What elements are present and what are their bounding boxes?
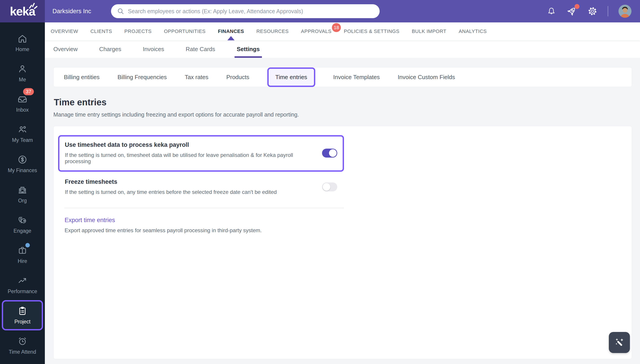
tab-invoice-custom-fields[interactable]: Invoice Custom Fields xyxy=(398,74,455,81)
sidebar-item-label: Me xyxy=(19,77,26,83)
keka-logo[interactable]: keka xyxy=(0,0,45,22)
ai-assistant-button[interactable] xyxy=(609,332,630,353)
nav-projects[interactable]: PROJECTS xyxy=(125,22,152,40)
subnav-settings[interactable]: Settings xyxy=(237,40,260,58)
nav-overview[interactable]: OVERVIEW xyxy=(51,22,78,40)
sidebar-item-label: My Team xyxy=(12,137,33,143)
company-name: Darksiders Inc xyxy=(53,8,91,15)
setting-description: If the setting is turned on, any time en… xyxy=(65,189,277,195)
sidebar-item-label: Project xyxy=(14,319,31,325)
page-subtitle: Manage time entry settings including fre… xyxy=(53,112,632,118)
inbox-icon: 37 xyxy=(17,94,28,104)
tab-products[interactable]: Products xyxy=(226,74,249,81)
nav-approvals[interactable]: APPROVALS 18 xyxy=(301,22,331,40)
sidebar-item-my-finances[interactable]: My Finances xyxy=(0,149,45,179)
sidebar-item-label: Performance xyxy=(8,288,37,294)
sidebar-item-label: Time Attend xyxy=(9,349,36,355)
notifications-button[interactable] xyxy=(547,6,556,16)
sidebar-item-label: Home xyxy=(16,46,29,52)
sidebar-nav: Home Me 37 Inbox My Team My Finances xyxy=(0,22,45,364)
alarm-clock-icon xyxy=(17,336,28,346)
export-description: Export approved time entries for seamles… xyxy=(65,227,627,234)
sidebar-item-label: Inbox xyxy=(16,107,29,113)
sidebar-item-engage[interactable]: Engage xyxy=(0,209,45,240)
subnav-invoices[interactable]: Invoices xyxy=(143,40,164,58)
sidebar-item-label: Engage xyxy=(14,228,31,234)
topbar: Darksiders Inc xyxy=(45,0,640,22)
inbox-count-badge: 37 xyxy=(23,88,34,95)
global-search[interactable] xyxy=(111,4,380,18)
tab-tax-rates[interactable]: Tax rates xyxy=(185,74,209,81)
subnav-charges[interactable]: Charges xyxy=(99,40,121,58)
magic-wand-icon xyxy=(613,337,625,348)
briefcase-icon xyxy=(17,245,28,256)
sidebar-item-inbox[interactable]: 37 Inbox xyxy=(0,88,45,118)
sidebar-item-performance[interactable]: Performance xyxy=(0,270,45,300)
tab-billing-entities[interactable]: Billing entities xyxy=(64,74,100,81)
setting-title: Use timesheet data to process keka payro… xyxy=(65,142,315,148)
sidebar-item-home[interactable]: Home xyxy=(0,28,45,58)
logo-spark-icon xyxy=(29,3,38,10)
main-column: Darksiders Inc xyxy=(45,0,640,364)
time-entries-settings-card: Use timesheet data to process keka payro… xyxy=(53,126,632,359)
tab-time-entries[interactable]: Time entries xyxy=(267,68,315,87)
home-icon xyxy=(17,34,28,44)
setting-title: Freeze timesheets xyxy=(65,178,277,185)
avatar[interactable] xyxy=(618,5,631,18)
keka-app-window: keka Home Me 37 Inbox My Team xyxy=(0,0,640,364)
building-icon xyxy=(17,185,28,195)
sidebar-item-project[interactable]: Project xyxy=(2,300,43,330)
nav-bulk-import[interactable]: BULK IMPORT xyxy=(412,22,446,40)
clipboard-icon xyxy=(17,306,28,316)
person-icon xyxy=(17,64,28,74)
approvals-count-badge: 18 xyxy=(332,23,341,32)
tab-billing-frequencies[interactable]: Billing Frequencies xyxy=(118,74,167,81)
subnav-overview[interactable]: Overview xyxy=(53,40,78,58)
team-icon xyxy=(17,124,28,134)
whats-new-button[interactable] xyxy=(566,6,577,16)
page-title: Time entries xyxy=(54,97,632,107)
section-divider xyxy=(64,208,344,208)
sidebar-item-label: Hire xyxy=(18,258,27,264)
nav-approvals-label: APPROVALS xyxy=(301,28,331,34)
sidebar-item-time-attend[interactable]: Time Attend xyxy=(0,330,45,361)
sidebar-item-org[interactable]: Org xyxy=(0,179,45,209)
setting-description: If the setting is turned on, timesheet d… xyxy=(65,152,315,164)
content-area: Billing entities Billing Frequencies Tax… xyxy=(45,58,640,364)
topbar-divider xyxy=(608,6,608,16)
search-input[interactable] xyxy=(128,8,374,14)
nav-finances[interactable]: FINANCES xyxy=(218,22,244,40)
engage-chat-icon xyxy=(17,215,28,225)
setting-text: Freeze timesheets If the setting is turn… xyxy=(65,178,277,195)
setting-use-timesheet-payroll: Use timesheet data to process keka payro… xyxy=(58,135,344,172)
sidebar-item-label: My Finances xyxy=(8,168,37,174)
tab-invoice-templates[interactable]: Invoice Templates xyxy=(333,74,380,81)
trending-up-icon xyxy=(17,276,28,286)
sidebar-item-me[interactable]: Me xyxy=(0,58,45,88)
sidebar-item-hire[interactable]: Hire xyxy=(0,240,45,270)
nav-resources[interactable]: RESOURCES xyxy=(256,22,289,40)
export-time-entries-link[interactable]: Export time entries xyxy=(65,217,115,224)
bell-icon xyxy=(547,6,556,16)
nav-analytics[interactable]: ANALYTICS xyxy=(459,22,487,40)
finances-sub-nav: Overview Charges Invoices Rate Cards Set… xyxy=(45,40,640,58)
freeze-timesheets-toggle[interactable] xyxy=(322,182,337,192)
search-icon xyxy=(117,8,125,15)
use-timesheet-toggle[interactable] xyxy=(322,148,337,158)
sidebar-item-my-team[interactable]: My Team xyxy=(0,118,45,149)
topbar-icons xyxy=(547,5,631,18)
rocket-alert-dot xyxy=(574,4,579,9)
nav-opportunities[interactable]: OPPORTUNITIES xyxy=(164,22,206,40)
sidebar: keka Home Me 37 Inbox My Team xyxy=(0,0,45,364)
gear-icon xyxy=(587,6,597,16)
settings-button[interactable] xyxy=(587,6,597,16)
nav-clients[interactable]: CLIENTS xyxy=(90,22,112,40)
nav-policies-settings[interactable]: POLICIES & SETTINGS xyxy=(344,22,399,40)
settings-tabs-bar: Billing entities Billing Frequencies Tax… xyxy=(53,67,632,87)
dollar-circle-icon xyxy=(17,154,28,165)
hire-notification-dot xyxy=(25,243,30,248)
sidebar-item-label: Org xyxy=(18,198,27,204)
setting-text: Use timesheet data to process keka payro… xyxy=(65,142,315,164)
main-nav: OVERVIEW CLIENTS PROJECTS OPPORTUNITIES … xyxy=(45,22,640,40)
subnav-rate-cards[interactable]: Rate Cards xyxy=(186,40,215,58)
